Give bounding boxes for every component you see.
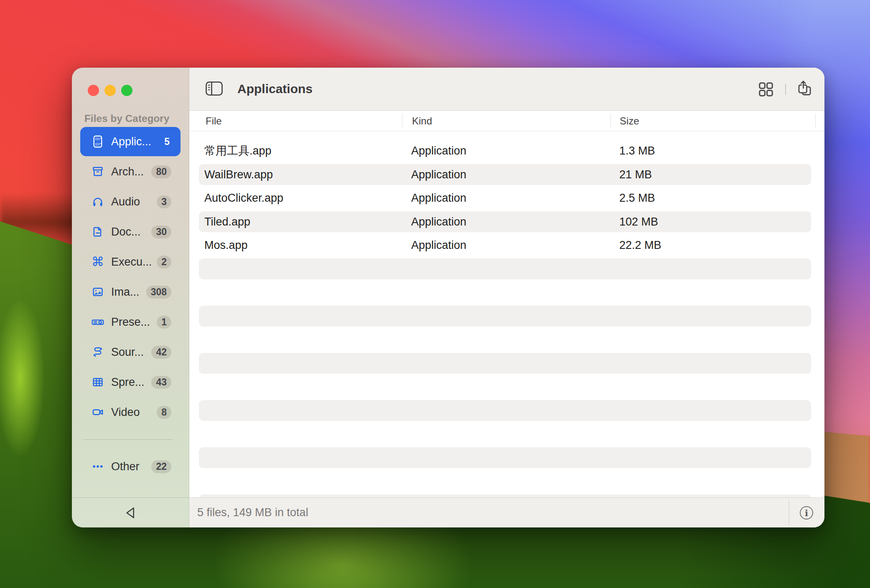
sidebar-item-label: Video <box>111 406 140 419</box>
file-name: WailBrew.app <box>204 163 273 187</box>
command-icon: ⌘ <box>92 256 104 268</box>
toolbar-separator <box>785 84 786 95</box>
page-title: Applications <box>237 82 313 96</box>
count-badge: 308 <box>146 286 171 299</box>
row-stripe <box>199 306 811 327</box>
image-icon <box>92 286 104 298</box>
sidebar-item-label: Doc... <box>111 226 141 238</box>
source-code-icon <box>92 346 104 358</box>
ellipsis-icon <box>92 460 104 473</box>
sidebar-item-label: Applic... <box>111 135 151 148</box>
table-row[interactable]: AutoClicker.app Application 2.5 MB <box>189 186 824 210</box>
share-button[interactable] <box>796 80 814 99</box>
column-header-file[interactable]: File <box>206 111 222 131</box>
sidebar-item-applications[interactable]: Applic... 5 <box>80 127 181 156</box>
column-divider[interactable] <box>402 114 402 128</box>
count-badge: 80 <box>151 165 171 178</box>
table-row-empty <box>189 469 824 493</box>
document-icon <box>92 226 104 238</box>
file-name: AutoClicker.app <box>204 186 283 210</box>
traffic-lights <box>72 85 132 96</box>
grid-view-button[interactable] <box>757 80 775 99</box>
app-window: Files by Category Applic... 5 <box>72 68 824 527</box>
file-kind: Application <box>411 186 466 210</box>
minimize-button[interactable] <box>104 85 116 96</box>
status-divider <box>789 500 789 525</box>
table-row-empty <box>189 422 824 446</box>
sidebar-item-label: Execu... <box>111 256 152 269</box>
table-row-empty <box>189 281 824 304</box>
sidebar-item-documents[interactable]: Doc... 30 <box>80 217 181 246</box>
row-stripe <box>199 211 811 233</box>
sidebar-item-label: Arch... <box>111 165 144 178</box>
sidebar-divider <box>84 439 172 440</box>
file-size: 22.2 MB <box>619 233 661 257</box>
count-badge: 42 <box>151 346 171 359</box>
info-button[interactable]: i <box>800 506 813 520</box>
sidebar-item-presentations[interactable]: Prese... 1 <box>80 307 181 337</box>
sidebar-item-other[interactable]: Other 22 <box>80 452 181 481</box>
close-button[interactable] <box>88 85 99 96</box>
sidebar-item-archives[interactable]: Arch... 80 <box>80 157 181 186</box>
count-badge: 8 <box>157 406 171 419</box>
toolbar: Applications <box>189 68 824 111</box>
sidebar: Files by Category Applic... 5 <box>72 68 189 527</box>
file-size: 2.5 MB <box>619 186 655 210</box>
count-badge: 43 <box>151 376 171 389</box>
file-kind: Application <box>411 210 466 234</box>
table-row[interactable]: Mos.app Application 22.2 MB <box>189 233 824 257</box>
count-badge: 1 <box>157 316 171 329</box>
table-row-empty <box>189 375 824 399</box>
sidebar-item-label: Prese... <box>111 316 150 329</box>
info-icon: i <box>805 509 808 517</box>
column-header-size[interactable]: Size <box>620 111 639 131</box>
row-stripe <box>199 494 811 498</box>
table-row[interactable]: Tiled.app Application 102 MB <box>189 210 824 234</box>
sidebar-item-label: Sour... <box>111 346 144 359</box>
file-kind: Application <box>411 163 466 187</box>
row-stripe <box>199 259 811 280</box>
column-divider[interactable] <box>815 114 816 128</box>
applications-icon <box>92 135 104 148</box>
table-row-empty <box>189 446 824 470</box>
sidebar-item-label: Other <box>111 460 140 473</box>
sidebar-item-images[interactable]: Ima... 308 <box>80 277 181 307</box>
sidebar-item-spreadsheets[interactable]: Spre... 43 <box>80 368 181 397</box>
back-button[interactable] <box>123 505 138 520</box>
toggle-sidebar-button[interactable] <box>206 81 223 96</box>
count-badge: 30 <box>151 226 171 238</box>
sidebar-item-audio[interactable]: Audio 3 <box>80 187 181 216</box>
sidebar-item-executables[interactable]: ⌘ Execu... 2 <box>80 247 181 276</box>
sidebar-item-video[interactable]: Video 8 <box>80 398 181 427</box>
file-size: 1.3 MB <box>619 139 655 163</box>
count-badge: 5 <box>163 135 171 148</box>
count-badge: 22 <box>151 460 171 473</box>
file-name: 常用工具.app <box>204 139 272 163</box>
table-header: File Kind Size <box>189 111 824 131</box>
file-kind: Application <box>411 233 466 257</box>
table-row-empty <box>189 304 824 328</box>
sidebar-item-label: Spre... <box>111 376 145 389</box>
main-pane: Applications <box>189 68 824 527</box>
sidebar-item-label: Audio <box>111 195 140 208</box>
column-header-kind[interactable]: Kind <box>412 111 432 131</box>
table-row-empty <box>189 328 824 352</box>
sidebar-bottom-bar <box>72 497 189 527</box>
sidebar-other-section: Other 22 <box>80 452 181 482</box>
row-stripe <box>199 447 811 469</box>
spreadsheet-icon <box>92 376 104 388</box>
file-size: 102 MB <box>619 210 658 234</box>
table-row[interactable]: WailBrew.app Application 21 MB <box>189 163 824 187</box>
zoom-button[interactable] <box>121 85 132 96</box>
column-divider[interactable] <box>611 114 611 128</box>
sidebar-item-label: Ima... <box>111 286 140 299</box>
video-icon <box>92 406 104 418</box>
sidebar-section-title: Files by Category <box>84 113 169 124</box>
table-row-empty <box>189 352 824 375</box>
sidebar-item-source-code[interactable]: Sour... 42 <box>80 337 181 367</box>
archive-icon <box>92 165 104 178</box>
file-name: Tiled.app <box>204 210 250 234</box>
table-row[interactable]: 常用工具.app Application 1.3 MB <box>189 139 824 163</box>
status-summary: 5 files, 149 MB in total <box>197 498 308 527</box>
file-size: 21 MB <box>619 163 652 187</box>
